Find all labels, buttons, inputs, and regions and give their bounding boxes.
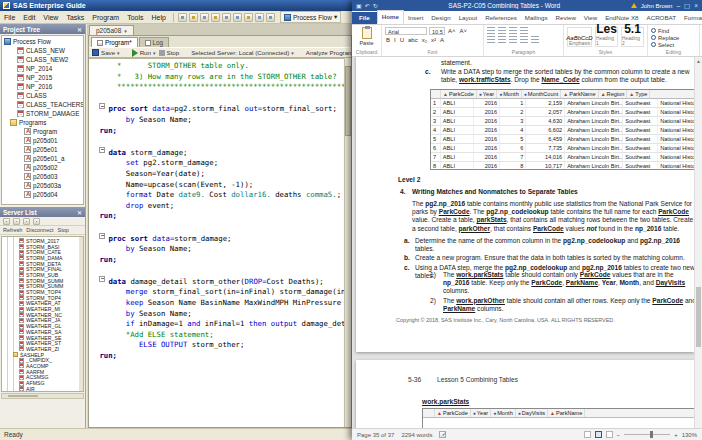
- view-icon[interactable]: [33, 218, 40, 225]
- tree-root-process-flow[interactable]: Process Flow: [4, 37, 83, 46]
- tab-file[interactable]: File: [352, 12, 377, 24]
- column-header[interactable]: ParkName: [548, 409, 585, 417]
- process-flow-dropdown[interactable]: Process Flow ▾: [280, 11, 341, 23]
- format-button[interactable]: abc: [407, 37, 419, 43]
- menu-item[interactable]: Edit: [19, 13, 39, 22]
- shading-icon[interactable]: [531, 36, 539, 43]
- style-card[interactable]: 5.1 Heading 2: [621, 27, 644, 47]
- ribbon-tab[interactable]: Layout: [455, 12, 482, 24]
- grow-font-button[interactable]: A˄: [447, 28, 457, 34]
- server-list-hscrollbar[interactable]: [1, 393, 84, 399]
- ribbon-tab[interactable]: Design: [427, 12, 454, 24]
- close-icon[interactable]: ✕: [77, 26, 82, 33]
- column-header[interactable]: ParkName: [561, 90, 598, 98]
- column-header[interactable]: MonthCount: [522, 90, 562, 98]
- project-tree-program-item[interactable]: p205d03: [4, 172, 83, 181]
- page-indicator[interactable]: Page 35 of 37: [357, 432, 394, 438]
- column-header[interactable]: Year: [471, 409, 491, 417]
- menu-item[interactable]: Help: [147, 13, 169, 22]
- project-tree-data-item[interactable]: NP_2014: [4, 64, 83, 73]
- menu-item[interactable]: Tasks: [62, 13, 88, 22]
- files-icon[interactable]: [23, 218, 30, 225]
- stop-button[interactable]: Stop: [159, 49, 180, 56]
- undo-icon[interactable]: [255, 13, 264, 22]
- open-icon[interactable]: [189, 13, 198, 22]
- ribbon-tab[interactable]: Review: [552, 12, 580, 24]
- menu-item[interactable]: View: [39, 13, 62, 22]
- project-tree-program-item[interactable]: p205d03a: [4, 181, 83, 190]
- project-tree-data-item[interactable]: CLASS: [4, 91, 83, 100]
- close-icon[interactable]: ×: [694, 2, 698, 10]
- project-tree-data-item[interactable]: CLASS_NEW2: [4, 55, 83, 64]
- server-list-button[interactable]: Stop: [57, 227, 68, 233]
- justify-icon[interactable]: [520, 36, 528, 43]
- tab-log[interactable]: Log: [139, 37, 170, 47]
- document-scrollbar[interactable]: ▲: [694, 57, 702, 428]
- project-tree-data-item[interactable]: CLASS_NEW: [4, 46, 83, 55]
- web-layout-icon[interactable]: [606, 431, 613, 438]
- server-list-header[interactable]: Server List ✕: [0, 207, 85, 217]
- document-tab[interactable]: p205a08 ▾: [89, 25, 134, 35]
- shrink-font-button[interactable]: A˅: [459, 28, 469, 34]
- restore-icon[interactable]: ▢: [684, 2, 690, 10]
- format-button[interactable]: B: [385, 37, 391, 43]
- redo-icon[interactable]: [266, 13, 275, 22]
- scrollbar-thumb[interactable]: [345, 66, 351, 136]
- paste-button[interactable]: Paste: [355, 27, 378, 46]
- ribbon-tab[interactable]: Insert: [404, 12, 427, 24]
- project-tree-data-item[interactable]: NP_2015: [4, 73, 83, 82]
- font-size-select[interactable]: 10.5: [429, 27, 445, 35]
- column-header[interactable]: ParkCode: [441, 90, 477, 98]
- zoom-level[interactable]: 130%: [682, 432, 697, 438]
- ribbon-tab[interactable]: Home: [377, 10, 404, 24]
- format-button[interactable]: x₂: [421, 37, 428, 43]
- editor-scrollbar[interactable]: [344, 58, 351, 427]
- bullets-icon[interactable]: [487, 27, 495, 34]
- zoom-slider[interactable]: [624, 434, 670, 435]
- format-button[interactable]: U: [399, 37, 405, 43]
- libraries-icon[interactable]: [13, 218, 20, 225]
- indent-icon[interactable]: [520, 27, 528, 34]
- delete-icon[interactable]: [244, 13, 253, 22]
- undo-icon[interactable]: ↶: [365, 2, 370, 9]
- print-icon[interactable]: [211, 13, 220, 22]
- editing-item[interactable]: Find: [651, 27, 696, 34]
- menu-item[interactable]: Tools: [123, 13, 147, 22]
- run-button[interactable]: Run▾: [132, 49, 156, 57]
- programs-folder[interactable]: Programs: [4, 118, 83, 127]
- column-header[interactable]: Type: [627, 90, 650, 98]
- scrollbar-thumb[interactable]: [696, 287, 701, 347]
- scroll-up-icon[interactable]: ▲: [695, 57, 702, 65]
- column-header[interactable]: Month: [497, 90, 522, 98]
- cut-icon[interactable]: [222, 13, 231, 22]
- style-card[interactable]: AaBbCcD Emphasis: [567, 27, 592, 47]
- column-header[interactable]: Month: [491, 409, 516, 417]
- format-button[interactable]: x²: [430, 37, 437, 43]
- zoom-slider-knob[interactable]: [650, 431, 653, 438]
- project-tree-program-item[interactable]: p205d04: [4, 190, 83, 199]
- print-layout-icon[interactable]: [595, 431, 602, 438]
- redo-icon[interactable]: ↻: [373, 2, 378, 9]
- align-center-icon[interactable]: [498, 36, 506, 43]
- project-tree-data-item[interactable]: STORM_DAMAGE: [4, 109, 83, 118]
- column-header[interactable]: Year: [477, 90, 497, 98]
- analyze-program-button[interactable]: Analyze Program▾: [306, 49, 351, 56]
- align-right-icon[interactable]: [509, 36, 517, 43]
- menu-item[interactable]: File: [0, 13, 19, 22]
- project-tree-program-item[interactable]: p205e01: [4, 145, 83, 154]
- sas-titlebar[interactable]: SAS Enterprise Guide: [0, 0, 352, 11]
- project-tree-data-item[interactable]: NP_2016: [4, 82, 83, 91]
- zoom-out-icon[interactable]: −: [617, 432, 621, 438]
- server-selector[interactable]: Selected Server: Local (Connected)▾: [191, 49, 294, 56]
- multilevel-list-icon[interactable]: [509, 27, 517, 34]
- server-list-button[interactable]: Refresh: [3, 227, 22, 233]
- read-mode-icon[interactable]: [584, 431, 591, 438]
- minimize-icon[interactable]: –: [676, 2, 680, 10]
- project-tree-program-item[interactable]: p205d01: [4, 136, 83, 145]
- ribbon-tab[interactable]: Format: [680, 12, 702, 24]
- server-list-button[interactable]: Disconnect: [26, 227, 53, 233]
- project-tree-header[interactable]: Project Tree ✕: [0, 24, 85, 34]
- user-name[interactable]: John Brown: [641, 3, 673, 9]
- ribbon-tab[interactable]: References: [481, 12, 521, 24]
- project-tree-data-item[interactable]: CLASS_TEACHERS: [4, 100, 83, 109]
